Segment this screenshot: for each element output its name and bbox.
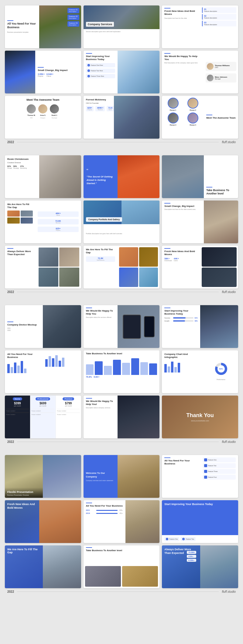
slide-start-improving[interactable]: Start Improving Your Business Today ✓ Fe… <box>84 51 160 93</box>
stat-value: 8.94K+ <box>46 73 53 75</box>
slide-take-business[interactable]: Take Business To Another level <box>162 155 238 198</box>
stat-box: 825+ Projects <box>38 227 78 232</box>
chart-stat: 6.6K+ <box>94 376 100 378</box>
bar-3 <box>14 362 16 373</box>
slide-all-you-need[interactable]: All You Need For Your Business Business … <box>5 5 81 48</box>
stat-label: Users <box>174 260 179 261</box>
bar-1 <box>45 359 48 367</box>
stat-label: Downloads <box>164 260 172 261</box>
team-card-4: Person 4 <box>184 113 202 126</box>
slide-pricing[interactable]: Starter $399 per month Feature included … <box>5 396 81 438</box>
slide-happy-dark[interactable]: We Would Be Happy To Help You! Descripti… <box>84 396 160 438</box>
price-feature-1: Feature included <box>32 409 54 412</box>
member-name: Person 2 <box>190 109 196 111</box>
slide-top: Company Services <box>84 5 160 29</box>
slide-sub: Service description goes here with brief… <box>86 31 157 33</box>
slide-fill-gap-blue[interactable]: We Are Here To Fill The Gap <box>5 545 81 588</box>
accent-line <box>164 8 170 8</box>
stat-value: 3.95K+ <box>38 73 45 75</box>
slide-fill-gap[interactable]: We Are Here To Fill The Gap 46K+ Clients… <box>5 201 81 243</box>
bar-6 <box>24 369 26 373</box>
slide-device-mockup[interactable]: Company Device Mockup 2021 2020 <box>5 305 81 348</box>
member-role: Developer <box>52 117 57 119</box>
slide-start-improving-3[interactable]: Start Improving Your Business Today ✓ Fe… <box>162 500 238 543</box>
list-item: ✓ Feature One Here <box>86 63 115 67</box>
img-item-3 <box>119 268 138 287</box>
slide-flexibi[interactable]: Flexibi Presentation Business Presentati… <box>5 455 81 498</box>
slide-left: Person 1 Person 2 Person 3 Person 4 <box>162 96 204 139</box>
slide-all-need-features[interactable]: All You Need For Your Business Feature O… <box>162 455 238 498</box>
slide-title: We Are Here To Fill The Gap <box>86 248 115 255</box>
person-name: Thomas Williams <box>215 65 230 66</box>
img-item-4 <box>59 268 79 287</box>
accent-line <box>164 248 170 249</box>
top-img-right <box>122 201 159 224</box>
slide-overlay-text: Flexibi Presentation Business Presentati… <box>5 487 43 498</box>
slide-fresh-ideas-phones[interactable]: Fresh New Ideas And Bold Moves 58K+ Down… <box>162 246 238 288</box>
slide-company-services[interactable]: Company Services Service description goe… <box>84 5 160 48</box>
list-item: 01 Feature description <box>202 7 236 13</box>
slide-right: Feature 01 Description Feature 02 Descri… <box>39 5 81 48</box>
bar-3 <box>104 366 112 375</box>
stat-value: 44K+ <box>174 258 179 260</box>
slide-fresh-ideas-2[interactable]: Fresh New Ideas And Bold Moves <box>5 500 81 543</box>
slide-title: Take Business To Another level <box>86 352 157 355</box>
slide-portfolio[interactable]: Company Portfolio And Gallery Portfolio … <box>84 201 160 243</box>
slide-right <box>43 455 81 498</box>
slide-fresh-ideas[interactable]: Fresh New Ideas And Bold Moves Descripti… <box>162 5 238 48</box>
box-sub: Description <box>69 17 78 19</box>
img-item-1 <box>119 247 138 267</box>
donut-chart: 82% <box>214 363 229 378</box>
price-feature-1: Feature included <box>57 409 80 412</box>
slide-always-deliver[interactable]: Always Deliver More Than Expected <box>5 246 81 288</box>
slide-quote[interactable]: " "The Secret Of Getting Ahead Is Gettin… <box>84 155 160 198</box>
slide-always-deliver-2[interactable]: Always Deliver More Than Expected 75.36%… <box>162 545 238 588</box>
slide-rosie[interactable]: Rosie Christensen Creative Director 62% … <box>5 155 81 198</box>
slide-sub: Description about the services offered <box>86 316 115 319</box>
footer-brand: fluff.studio <box>222 440 236 443</box>
slide-thank-you[interactable]: Thank You www.yourwebsite.com <box>162 396 238 438</box>
slide-small-change[interactable]: Small Change, Big Impact 3.95K+ Projects… <box>5 51 81 93</box>
slide-take-business-chart[interactable]: Take Business To Another level 79.8% 6.6… <box>84 350 160 393</box>
progress-item-2: Growth 58% <box>164 320 197 322</box>
blue-box-1: Feature 01 Description <box>67 8 79 13</box>
year-bar <box>96 513 118 514</box>
slide-fill-gap-2[interactable]: We Are Here To Fill The Gap 72.6K Total … <box>84 246 160 288</box>
slide-left: Company Device Mockup 2021 2020 <box>5 305 43 348</box>
slide-sub: Description about company services <box>86 407 115 409</box>
person-info-1: Thomas Williams CEO <box>215 65 230 68</box>
slide-start-improving-2[interactable]: Start Improving Your Business Today Succ… <box>162 305 238 348</box>
slide-take-business-2[interactable]: Take Business To Another level <box>84 545 160 588</box>
slide-happy-tablets[interactable]: We Would Be Happy To Help You Descriptio… <box>84 305 160 348</box>
accent-line <box>86 547 92 548</box>
stat-label: Revenue <box>97 109 103 110</box>
slides-grid-1: All You Need For Your Business Business … <box>3 5 240 139</box>
slide-title: We Would Be Happy To Help You! <box>86 400 115 406</box>
slide-small-change-2[interactable]: Small Change, Big Impact Description tex… <box>162 201 238 243</box>
slide-all-need-charts[interactable]: All You Need For Your Business <box>5 350 81 393</box>
slide-company-chart[interactable]: Company Chart And Infographic 82% <box>162 350 238 393</box>
slide-forrest[interactable]: Forrest Mckinney CEO & Founder 829+ Proj… <box>84 96 160 139</box>
stat-item-2: 8.94K+ Clients <box>46 73 53 77</box>
slide-meet-team[interactable]: Meet The Awesome Team Thomas W. CEO Anna… <box>5 96 81 139</box>
bar-4 <box>174 367 177 373</box>
stat-value: 58K+ <box>164 258 172 260</box>
slide-right: Meet The Awesome Team <box>204 96 238 139</box>
team-card-1: Person 1 <box>164 98 182 111</box>
stats-row: 3.95K+ Projects 8.94K+ Clients <box>38 73 78 77</box>
slide-happy-help[interactable]: We Would Be Happy To Help You Brief desc… <box>162 51 238 93</box>
slide-meet-team-2[interactable]: Person 1 Person 2 Person 3 Person 4 <box>162 96 238 139</box>
img-item-1 <box>39 248 58 267</box>
price-label: per month <box>65 405 72 407</box>
donut-hole: 82% <box>217 365 225 373</box>
slide-left: We Are Here To Fill The Gap <box>5 545 43 588</box>
slide-sub: CEO & Founder <box>86 102 111 104</box>
slide-left: Forrest Mckinney CEO & Founder 829+ Proj… <box>84 96 114 139</box>
stat-label: Clients <box>46 75 53 77</box>
slide-left: Welcome To Our Company Company overview … <box>84 455 118 498</box>
slide-welcome[interactable]: Welcome To Our Company Company overview … <box>84 455 160 498</box>
slide-all-need-chess[interactable]: All You Need For Your Business 2021 835+… <box>84 500 160 543</box>
feature-icon <box>204 458 207 461</box>
chart-bars <box>86 358 157 375</box>
footer-year: 2022 <box>7 440 14 443</box>
